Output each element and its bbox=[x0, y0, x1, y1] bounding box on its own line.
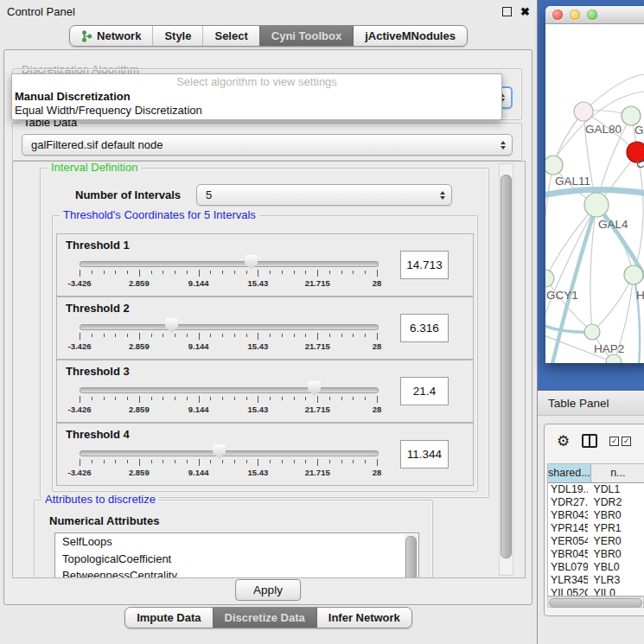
network-node-gal4[interactable] bbox=[584, 193, 609, 217]
slider-track[interactable] bbox=[80, 324, 379, 330]
slider-tick bbox=[115, 397, 116, 400]
slider-thumb[interactable] bbox=[213, 444, 226, 459]
table-row[interactable]: YDL19...YDL1 bbox=[548, 483, 644, 496]
checkbox-checked-icon[interactable]: ✓ bbox=[609, 437, 619, 446]
network-node-h[interactable] bbox=[624, 265, 643, 284]
settings-scroll-pane: Interval Definition Number of Intervals … bbox=[12, 161, 526, 578]
attribute-list-item[interactable]: TopologicalCoefficient bbox=[55, 551, 418, 568]
float-window-icon[interactable] bbox=[502, 7, 512, 16]
network-node-gal80[interactable] bbox=[574, 102, 593, 121]
tab-select[interactable]: Select bbox=[202, 26, 258, 46]
slider-track[interactable] bbox=[80, 387, 379, 393]
table-header-row: shared... n... bbox=[548, 464, 644, 483]
table-cell-name: YER0 bbox=[589, 535, 644, 548]
table-row[interactable]: YBL079WYBL0 bbox=[548, 561, 644, 574]
slider-tick bbox=[92, 334, 92, 337]
network-edge[interactable] bbox=[545, 205, 596, 278]
scrollbar-thumb[interactable] bbox=[501, 175, 512, 558]
zoom-traffic-light-icon[interactable] bbox=[587, 10, 597, 20]
slider-tick bbox=[80, 459, 80, 466]
slider-tick bbox=[151, 397, 152, 400]
slider-track[interactable] bbox=[80, 450, 379, 456]
slider-tick bbox=[317, 270, 318, 277]
slider-tick bbox=[210, 460, 211, 463]
slider-thumb[interactable] bbox=[308, 381, 321, 396]
apply-button[interactable]: Apply bbox=[235, 579, 301, 601]
split-columns-icon[interactable] bbox=[582, 434, 597, 448]
dropdown-option-equal-width[interactable]: Equal Width/Frequency Discretization bbox=[12, 104, 501, 118]
slider-tick bbox=[127, 271, 128, 274]
tab-discretize-data[interactable]: Discretize Data bbox=[213, 608, 316, 628]
slider-thumb[interactable] bbox=[245, 255, 258, 270]
network-icon bbox=[81, 30, 92, 42]
table-row[interactable]: YER054CYER0 bbox=[548, 535, 644, 548]
table-cell-shared-name: YBR043C bbox=[548, 509, 589, 522]
slider-tick bbox=[317, 396, 318, 403]
threshold-row: Threshold 4-3.4262.8599.14415.4321.71528… bbox=[56, 423, 474, 486]
table-row[interactable]: YBR043CYBR0 bbox=[548, 509, 644, 522]
slider-tick bbox=[199, 270, 200, 277]
network-node-hap2[interactable] bbox=[584, 324, 600, 340]
close-traffic-light-icon[interactable] bbox=[552, 10, 563, 20]
table-data-combobox[interactable]: galFiltered.sif default node bbox=[22, 134, 513, 156]
attributes-list-scrollbar[interactable] bbox=[405, 534, 418, 578]
numerical-attributes-list[interactable]: SelfLoopsTopologicalCoefficientBetweenne… bbox=[54, 532, 419, 578]
close-icon[interactable]: ✖ bbox=[520, 6, 530, 17]
slider-tick bbox=[187, 271, 188, 274]
slider-tick-label: 15.43 bbox=[232, 405, 284, 414]
column-header-name[interactable]: n... bbox=[591, 464, 644, 482]
threshold-value-field[interactable]: 11.344 bbox=[400, 440, 449, 469]
dropdown-option-manual[interactable]: Manual Discretization bbox=[12, 90, 501, 104]
network-node-ga[interactable] bbox=[622, 106, 641, 125]
threshold-value-field[interactable]: 14.713 bbox=[400, 251, 449, 279]
network-node-gcy1[interactable] bbox=[545, 270, 554, 287]
num-intervals-combobox[interactable]: 5 bbox=[196, 184, 452, 206]
control-panel: Control Panel ✖ Network Style Sel bbox=[0, 0, 538, 644]
node-table[interactable]: shared... n... YDL19...YDL1YDR27...YDR2Y… bbox=[547, 463, 644, 596]
scrollbar-thumb[interactable] bbox=[549, 598, 642, 608]
network-canvas[interactable]: GAL80GACGAL11GAL4GCY1HHAP2 bbox=[545, 24, 644, 363]
threshold-value-field[interactable]: 6.316 bbox=[400, 314, 449, 342]
column-header-shared-name[interactable]: shared... bbox=[548, 464, 591, 482]
table-row[interactable]: YPR145WYPR1 bbox=[548, 522, 644, 535]
checkbox-checked-icon[interactable]: ✓ bbox=[622, 437, 631, 446]
minimize-traffic-light-icon[interactable] bbox=[570, 10, 580, 20]
slider-tick-label: -3.426 bbox=[54, 468, 105, 477]
network-node-gal11[interactable] bbox=[545, 156, 563, 175]
slider-tick bbox=[210, 334, 211, 337]
scrollbar-thumb[interactable] bbox=[405, 536, 417, 578]
slider-tick-label: 2.859 bbox=[113, 341, 165, 351]
tab-cyni-toolbox[interactable]: Cyni Toolbox bbox=[259, 26, 353, 46]
table-row[interactable]: YLR345WYLR3 bbox=[548, 574, 644, 587]
table-panel-toolbar: ⚙ ✓ ✓ bbox=[545, 424, 644, 457]
top-tabbar: Network Style Select Cyni Toolbox jActiv… bbox=[0, 25, 537, 47]
slider-track[interactable] bbox=[80, 261, 379, 267]
tab-style[interactable]: Style bbox=[152, 26, 202, 46]
settings-scrollbar[interactable] bbox=[499, 163, 513, 576]
network-node-label: C bbox=[636, 157, 644, 170]
slider-tick bbox=[104, 334, 105, 337]
slider-tick bbox=[270, 460, 271, 463]
slider-tick bbox=[80, 270, 80, 277]
slider-thumb[interactable] bbox=[165, 318, 178, 333]
gear-icon[interactable]: ⚙ bbox=[557, 434, 570, 449]
tab-impute-data[interactable]: Impute Data bbox=[125, 608, 212, 628]
tab-network[interactable]: Network bbox=[70, 26, 152, 46]
table-cell-name: YIL0 bbox=[589, 587, 644, 596]
table-horizontal-scrollbar[interactable] bbox=[547, 596, 644, 608]
network-edge[interactable] bbox=[592, 275, 634, 332]
table-row[interactable]: YIL052CYIL0 bbox=[548, 587, 644, 596]
network-edge[interactable] bbox=[545, 165, 553, 240]
tab-infer-network[interactable]: Infer Network bbox=[316, 608, 411, 628]
network-node-label: HAP2 bbox=[594, 342, 624, 355]
attribute-list-item[interactable]: BetweennessCentrality bbox=[55, 567, 418, 578]
tab-jactivemnodules[interactable]: jActiveMNodules bbox=[353, 26, 467, 46]
table-panel-body: ⚙ ✓ ✓ shared... n... YDL19...YDL1YDR27..… bbox=[538, 417, 644, 644]
slider-tick bbox=[341, 334, 342, 337]
threshold-value-field[interactable]: 21.4 bbox=[400, 377, 449, 405]
slider-tick bbox=[139, 333, 140, 340]
table-row[interactable]: YBR045CYBR0 bbox=[548, 548, 644, 561]
slider-tick bbox=[258, 459, 258, 466]
table-row[interactable]: YDR27...YDR2 bbox=[548, 496, 644, 509]
attribute-list-item[interactable]: SelfLoops bbox=[55, 533, 418, 551]
